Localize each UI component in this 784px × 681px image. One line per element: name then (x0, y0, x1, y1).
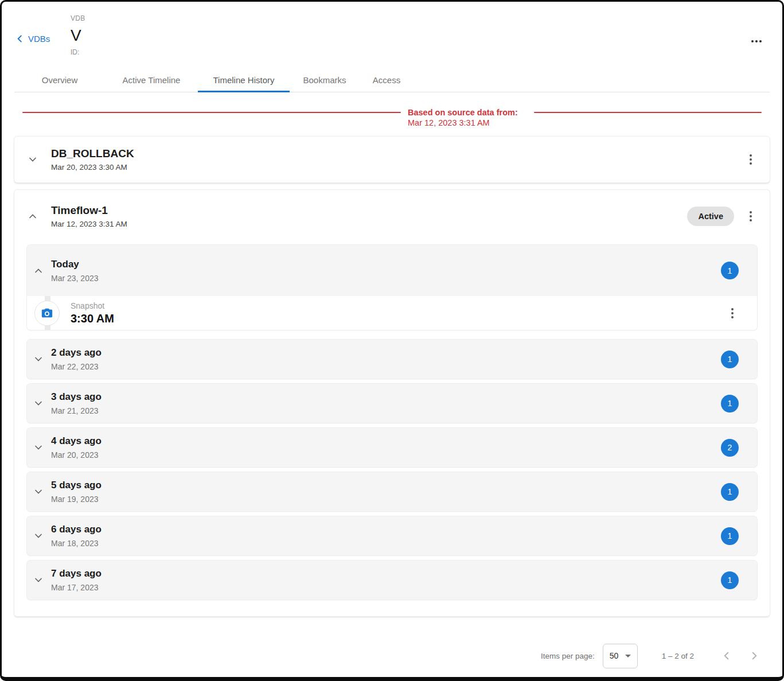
banner-text: Based on source data from: Mar 12, 2023 … (401, 107, 525, 128)
section-menu-button[interactable] (746, 154, 756, 165)
day-date: Mar 18, 2023 (51, 539, 102, 548)
vdb-detail-page: VDBs VDB V ID: Overview Active Timeline … (0, 0, 784, 681)
snapshot-marker (34, 301, 60, 326)
entity-id-label: ID: (71, 48, 782, 56)
pagination-bar: Items per page: 50 1 – 2 of 2 (541, 641, 762, 670)
day-date: Mar 20, 2023 (51, 450, 102, 460)
tab-timeline-history[interactable]: Timeline History (198, 68, 290, 92)
caret-down-icon (625, 655, 631, 657)
day-titles: 7 days ago Mar 17, 2023 (51, 568, 102, 592)
day-group-header[interactable]: 7 days ago Mar 17, 2023 1 (27, 561, 757, 600)
expand-day-button[interactable] (32, 573, 45, 587)
more-actions-button[interactable] (751, 37, 763, 45)
day-group-7-days-ago: 7 days ago Mar 17, 2023 1 (27, 561, 757, 600)
day-group-header[interactable]: 2 days ago Mar 22, 2023 1 (27, 340, 757, 379)
section-titles: Timeflow-1 Mar 12, 2023 3:31 AM (51, 204, 127, 228)
section-title: Timeflow-1 (51, 204, 127, 217)
section-header: Timeflow-1 Mar 12, 2023 3:31 AM Active (14, 190, 770, 243)
snapshot-row[interactable]: Snapshot 3:30 AM (27, 296, 757, 330)
day-titles: 6 days ago Mar 18, 2023 (51, 524, 102, 548)
tab-overview[interactable]: Overview (14, 68, 105, 92)
tab-label: Overview (42, 75, 78, 85)
section-actions: Active (687, 207, 756, 226)
banner-title: Based on source data from: (408, 107, 518, 118)
tab-active-timeline[interactable]: Active Timeline (105, 68, 198, 92)
collapse-section-button[interactable] (26, 209, 40, 223)
day-date: Mar 22, 2023 (51, 362, 102, 371)
entity-type-label: VDB (71, 14, 782, 22)
day-title: 4 days ago (51, 435, 102, 447)
tab-label: Bookmarks (303, 75, 346, 85)
day-group-list: Today Mar 23, 2023 1 Snapshot 3:30 AM (27, 245, 757, 600)
tab-label: Access (373, 75, 400, 85)
tab-access[interactable]: Access (360, 68, 414, 92)
snapshot-menu-button[interactable] (727, 308, 738, 319)
page-size-select[interactable]: 50 (603, 644, 638, 668)
day-titles: 5 days ago Mar 19, 2023 (51, 480, 102, 504)
expand-day-button[interactable] (32, 529, 45, 543)
snapshot-count-badge: 2 (721, 439, 739, 457)
chevron-down-icon (34, 355, 43, 364)
day-date: Mar 21, 2023 (51, 406, 102, 415)
back-to-vdbs-link[interactable]: VDBs (15, 34, 50, 44)
snapshot-count-badge: 1 (721, 571, 739, 589)
expand-day-button[interactable] (32, 396, 45, 410)
day-group-header[interactable]: 3 days ago Mar 21, 2023 1 (27, 384, 757, 423)
day-group-5-days-ago: 5 days ago Mar 19, 2023 1 (27, 472, 757, 511)
page-title: V (71, 26, 782, 45)
active-status-badge: Active (687, 207, 734, 226)
day-group-4-days-ago: 4 days ago Mar 20, 2023 2 (27, 428, 757, 467)
chevron-down-icon (34, 443, 43, 452)
day-group-header[interactable]: 5 days ago Mar 19, 2023 1 (27, 472, 757, 511)
chevron-down-icon (34, 487, 43, 496)
section-actions (746, 154, 756, 165)
expand-day-button[interactable] (32, 485, 45, 499)
chevron-down-icon (34, 575, 43, 585)
tab-bookmarks[interactable]: Bookmarks (290, 68, 360, 92)
day-group-3-days-ago: 3 days ago Mar 21, 2023 1 (27, 384, 757, 423)
banner-rule-right (534, 112, 762, 113)
day-group-header[interactable]: 4 days ago Mar 20, 2023 2 (27, 428, 757, 467)
day-titles: 2 days ago Mar 22, 2023 (51, 347, 102, 371)
page-size-value: 50 (610, 651, 619, 660)
more-vertical-icon (750, 211, 752, 213)
day-title: 5 days ago (51, 480, 102, 491)
day-group-2-days-ago: 2 days ago Mar 22, 2023 1 (27, 340, 757, 379)
title-block: VDB V ID: (2, 2, 782, 56)
chevron-left-icon (720, 649, 733, 662)
chevron-right-icon (748, 649, 760, 662)
snapshot-count-badge: 1 (721, 351, 739, 368)
expand-day-button[interactable] (32, 352, 45, 366)
chevron-down-icon (34, 399, 43, 408)
expand-day-button[interactable] (32, 441, 45, 454)
more-horizontal-icon (751, 40, 754, 42)
section-date: Mar 20, 2023 3:30 AM (51, 163, 134, 172)
day-titles: 4 days ago Mar 20, 2023 (51, 435, 102, 460)
snapshot-count-badge: 1 (721, 262, 739, 279)
day-date: Mar 17, 2023 (51, 583, 102, 592)
next-page-button[interactable] (747, 648, 762, 663)
day-group-header[interactable]: 6 days ago Mar 18, 2023 1 (27, 516, 757, 555)
day-title: 7 days ago (51, 568, 102, 579)
day-date: Mar 19, 2023 (51, 495, 102, 504)
items-per-page-label: Items per page: (541, 652, 595, 660)
chevron-left-icon (15, 34, 24, 43)
section-title: DB_ROLLBACK (51, 147, 134, 160)
day-titles: Today Mar 23, 2023 (51, 259, 99, 283)
tab-label: Timeline History (213, 75, 275, 85)
chevron-up-icon (28, 212, 37, 221)
snapshot-time: 3:30 AM (71, 312, 114, 325)
expand-section-button[interactable] (26, 153, 40, 166)
day-group-header[interactable]: Today Mar 23, 2023 1 (27, 245, 757, 296)
section-menu-button[interactable] (746, 211, 756, 222)
day-title: 3 days ago (51, 391, 102, 403)
banner-date: Mar 12, 2023 3:31 AM (408, 118, 518, 128)
snapshot-labels: Snapshot 3:30 AM (71, 301, 114, 325)
back-link-label: VDBs (28, 34, 50, 44)
timeflow-section-db-rollback: DB_ROLLBACK Mar 20, 2023 3:30 AM (14, 137, 770, 182)
tab-bar: Overview Active Timeline Timeline Histor… (14, 68, 770, 92)
more-vertical-icon (731, 308, 734, 310)
collapse-day-button[interactable] (32, 264, 45, 278)
previous-page-button[interactable] (719, 648, 734, 663)
camera-icon (41, 307, 53, 320)
